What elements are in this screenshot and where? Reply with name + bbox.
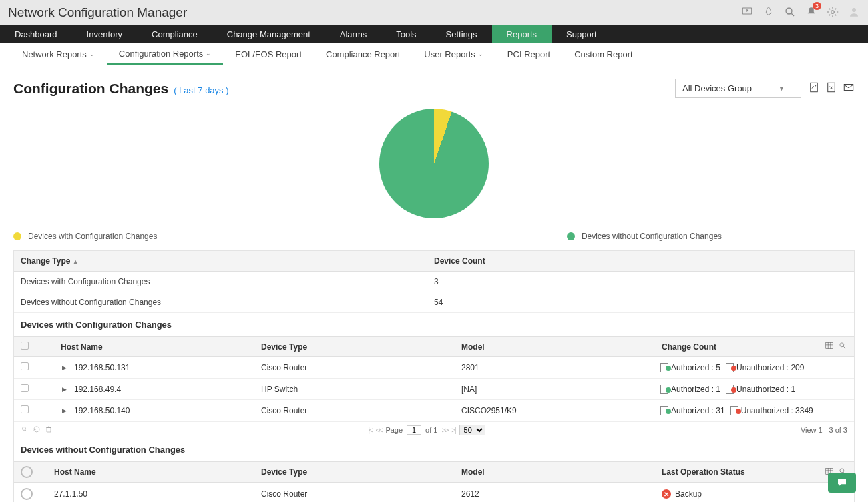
- page-title: Configuration Changes: [13, 81, 168, 97]
- summary-row: Devices without Configuration Changes54: [14, 292, 854, 313]
- svg-point-2: [831, 10, 835, 13]
- subnav-pci-report[interactable]: PCI Report: [495, 43, 562, 65]
- row-radio[interactable]: [21, 488, 33, 500]
- page-size-select[interactable]: 50: [459, 425, 485, 435]
- sub-nav: Network Reports⌄Configuration Reports⌄EO…: [0, 43, 868, 65]
- delete-icon[interactable]: [45, 425, 53, 435]
- subnav-network-reports[interactable]: Network Reports⌄: [10, 43, 107, 65]
- nav-compliance[interactable]: Compliance: [137, 25, 212, 43]
- svg-point-3: [852, 8, 856, 12]
- refresh-icon[interactable]: [33, 425, 41, 435]
- nav-support[interactable]: Support: [552, 25, 612, 43]
- table-row[interactable]: ▶192.168.50.140Cisco RouterCISCO2951/K9A…: [14, 400, 854, 421]
- page-subtitle: ( Last 7 days ): [174, 85, 228, 95]
- subnav-compliance-report[interactable]: Compliance Report: [314, 43, 412, 65]
- nav-dashboard[interactable]: Dashboard: [0, 25, 72, 43]
- device-group-select[interactable]: All Devices Group ▼: [675, 79, 801, 98]
- legend-item: Devices with Configuration Changes: [13, 232, 434, 241]
- col-host-name[interactable]: Host Name: [61, 342, 261, 352]
- col-change-type[interactable]: Change Type ▲: [21, 256, 434, 266]
- svg-rect-7: [826, 342, 833, 348]
- pie-chart: [379, 109, 489, 218]
- table-row[interactable]: ▶192.168.50.131Cisco Router2801Authorize…: [14, 357, 854, 379]
- unauthorized-icon: [727, 364, 734, 371]
- nav-settings[interactable]: Settings: [431, 25, 492, 43]
- rocket-icon[interactable]: [763, 6, 775, 20]
- table-row[interactable]: ▶192.168.49.4HP Switch[NA]Authorized : 1…: [14, 379, 854, 400]
- grid-columns-icon[interactable]: [825, 341, 834, 352]
- unauthorized-icon: [727, 386, 734, 393]
- section-with-changes-title: Devices with Configuration Changes: [14, 313, 854, 337]
- summary-row: Devices with Configuration Changes3: [14, 272, 854, 292]
- gear-icon[interactable]: [827, 6, 839, 20]
- top-icons: 3: [741, 6, 860, 20]
- page-prev[interactable]: <<: [376, 426, 382, 434]
- svg-rect-6: [844, 85, 853, 91]
- authorized-icon: [662, 386, 668, 393]
- svg-rect-5: [828, 83, 835, 92]
- subnav-eol-eos-report[interactable]: EOL/EOS Report: [223, 43, 314, 65]
- subnav-custom-report[interactable]: Custom Report: [562, 43, 644, 65]
- user-icon[interactable]: [848, 6, 860, 20]
- svg-rect-4: [811, 83, 818, 92]
- page-first[interactable]: |<: [368, 426, 371, 434]
- main-nav: DashboardInventoryComplianceChange Manag…: [0, 25, 868, 43]
- authorized-icon: [662, 364, 668, 371]
- nav-tools[interactable]: Tools: [381, 25, 431, 43]
- page-input[interactable]: [407, 425, 421, 435]
- select-all-checkbox[interactable]: [21, 342, 29, 350]
- col-device-type-2[interactable]: Device Type: [261, 467, 461, 477]
- row-checkbox[interactable]: [21, 405, 29, 413]
- chat-fab[interactable]: [828, 473, 856, 493]
- export-pdf-icon[interactable]: [808, 81, 820, 95]
- notification-badge: 3: [813, 2, 821, 10]
- unauthorized-icon: [732, 407, 738, 414]
- mail-icon[interactable]: [843, 81, 855, 95]
- page-of: of 1: [425, 426, 437, 434]
- col-change-count[interactable]: Change Count: [662, 342, 814, 352]
- chevron-down-icon: ⌄: [206, 50, 211, 57]
- expand-icon[interactable]: ▶: [61, 364, 67, 371]
- nav-inventory[interactable]: Inventory: [72, 25, 137, 43]
- subnav-configuration-reports[interactable]: Configuration Reports⌄: [107, 43, 223, 65]
- chevron-down-icon: ▼: [779, 85, 785, 92]
- row-checkbox[interactable]: [21, 384, 29, 392]
- col-model[interactable]: Model: [461, 342, 662, 352]
- search-icon[interactable]: [784, 6, 796, 20]
- app-title: Network Configuration Manager: [8, 5, 187, 20]
- nav-alarms[interactable]: Alarms: [325, 25, 381, 43]
- svg-point-8: [840, 343, 844, 347]
- svg-point-11: [840, 468, 844, 472]
- expand-icon[interactable]: ▶: [61, 407, 67, 414]
- export-xls-icon[interactable]: [825, 81, 837, 95]
- page-last[interactable]: >|: [451, 426, 455, 434]
- page-label: Page: [385, 426, 403, 434]
- filter-icon[interactable]: [21, 425, 29, 435]
- col-device-count[interactable]: Device Count: [434, 256, 847, 266]
- monitor-icon[interactable]: [741, 6, 753, 20]
- row-checkbox[interactable]: [21, 362, 29, 370]
- table-row[interactable]: 27.1.1.50Cisco Router2612✕Backup: [14, 483, 854, 502]
- select-all-radio[interactable]: [21, 466, 33, 478]
- chevron-down-icon: ⌄: [478, 51, 483, 57]
- nav-change-management[interactable]: Change Management: [212, 25, 325, 43]
- section-without-changes-title: Devices without Configuration Changes: [14, 438, 854, 462]
- col-last-op[interactable]: Last Operation Status: [662, 467, 814, 477]
- grid-search-icon[interactable]: [838, 341, 847, 352]
- col-device-type[interactable]: Device Type: [261, 342, 461, 352]
- col-host-name-2[interactable]: Host Name: [54, 467, 261, 477]
- bell-icon[interactable]: 3: [805, 6, 817, 20]
- subnav-user-reports[interactable]: User Reports⌄: [412, 43, 495, 65]
- legend-item: Devices without Configuration Changes: [434, 232, 855, 241]
- svg-point-9: [23, 427, 26, 431]
- svg-point-1: [786, 8, 792, 14]
- nav-reports[interactable]: Reports: [492, 25, 552, 43]
- expand-icon[interactable]: ▶: [61, 386, 67, 393]
- page-view-info: View 1 - 3 of 3: [801, 426, 847, 434]
- page-next[interactable]: >>: [441, 426, 447, 434]
- chevron-down-icon: ⌄: [89, 51, 95, 57]
- device-group-label: All Devices Group: [682, 83, 752, 93]
- col-model-2[interactable]: Model: [461, 467, 662, 477]
- error-icon: ✕: [662, 489, 671, 499]
- authorized-icon: [662, 407, 668, 414]
